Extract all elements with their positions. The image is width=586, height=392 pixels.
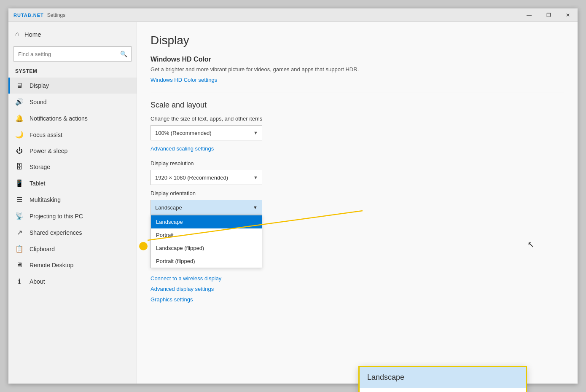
big-dropdown-option-portrait[interactable]: Portrait bbox=[360, 388, 526, 392]
orientation-dropdown-container[interactable]: Landscape ▼ Landscape Portrait Landscape… bbox=[151, 200, 262, 215]
sidebar-item-multitasking-label: Multitasking bbox=[30, 196, 61, 203]
sidebar-item-remote-label: Remote Desktop bbox=[30, 262, 73, 268]
home-icon: ⌂ bbox=[15, 30, 19, 38]
sidebar-item-notifications-label: Notifications & actions bbox=[30, 115, 88, 122]
projecting-icon: 📡 bbox=[15, 212, 24, 220]
sidebar-item-tablet[interactable]: 📱 Tablet bbox=[8, 175, 137, 191]
display-icon: 🖥 bbox=[15, 82, 24, 89]
storage-icon: 🗄 bbox=[15, 163, 24, 171]
sidebar-item-multitasking[interactable]: ☰ Multitasking bbox=[8, 191, 137, 208]
main-content: Display Windows HD Color Get a brighter … bbox=[137, 22, 578, 384]
sidebar-item-clipboard[interactable]: 📋 Clipboard bbox=[8, 241, 137, 257]
orientation-selected[interactable]: Landscape ▼ bbox=[151, 200, 262, 215]
resolution-field-label: Display resolution bbox=[151, 160, 564, 166]
orientation-option-portrait-flipped[interactable]: Portrait (flipped) bbox=[151, 255, 262, 268]
remote-icon: 🖥 bbox=[15, 261, 24, 269]
hdr-title: Windows HD Color bbox=[151, 56, 564, 63]
sound-icon: 🔊 bbox=[15, 98, 24, 106]
tablet-icon: 📱 bbox=[15, 179, 24, 187]
resolution-select-wrapper: 1920 × 1080 (Recommended) 1280 × 1024 10… bbox=[151, 170, 262, 185]
sidebar-item-focus[interactable]: 🌙 Focus assist bbox=[8, 126, 137, 143]
titlebar-controls: — ❐ ✕ bbox=[519, 8, 578, 22]
orientation-option-landscape[interactable]: Landscape bbox=[151, 215, 262, 228]
resolution-select[interactable]: 1920 × 1080 (Recommended) 1280 × 1024 10… bbox=[151, 170, 262, 185]
sidebar-item-display[interactable]: 🖥 Display bbox=[8, 78, 137, 94]
minimize-button[interactable]: — bbox=[519, 8, 539, 22]
multitasking-icon: ☰ bbox=[15, 196, 24, 204]
orientation-arrow: ▼ bbox=[253, 205, 258, 210]
power-icon: ⏻ bbox=[15, 147, 24, 155]
yellow-dot-indicator bbox=[139, 242, 148, 250]
sidebar-item-shared[interactable]: ↗ Shared experiences bbox=[8, 224, 137, 241]
big-dropdown: Landscape Portrait Landscape (flipped) P… bbox=[358, 366, 527, 392]
sidebar-item-shared-label: Shared experiences bbox=[30, 229, 82, 236]
sidebar-home[interactable]: ⌂ Home bbox=[8, 25, 137, 43]
sidebar-item-remote[interactable]: 🖥 Remote Desktop bbox=[8, 257, 137, 273]
orientation-selected-text: Landscape bbox=[155, 204, 182, 211]
sidebar-item-sound-label: Sound bbox=[30, 99, 46, 105]
sidebar-item-projecting-label: Projecting to this PC bbox=[30, 213, 83, 220]
sidebar-section-label: System bbox=[8, 67, 137, 78]
sidebar-item-sound[interactable]: 🔊 Sound bbox=[8, 94, 137, 110]
sidebar-item-focus-label: Focus assist bbox=[30, 132, 62, 138]
sidebar-item-about-label: About bbox=[30, 278, 45, 285]
sidebar-item-storage-label: Storage bbox=[30, 164, 50, 170]
search-box: 🔍 bbox=[13, 46, 132, 62]
sidebar-item-projecting[interactable]: 📡 Projecting to this PC bbox=[8, 208, 137, 224]
titlebar-left: RUTAB.NET Settings bbox=[13, 12, 65, 18]
sidebar-item-storage[interactable]: 🗄 Storage bbox=[8, 159, 137, 175]
hdr-desc: Get a brighter and more vibrant picture … bbox=[151, 66, 564, 73]
about-icon: ℹ bbox=[15, 277, 24, 285]
sidebar-item-notifications[interactable]: 🔔 Notifications & actions bbox=[8, 110, 137, 126]
brand-label: RUTAB.NET bbox=[13, 13, 44, 18]
search-input[interactable] bbox=[13, 46, 132, 62]
orientation-option-landscape-flipped[interactable]: Landscape (flipped) bbox=[151, 242, 262, 255]
page-title: Display bbox=[151, 34, 564, 47]
notifications-icon: 🔔 bbox=[15, 114, 24, 122]
orientation-option-portrait[interactable]: Portrait bbox=[151, 228, 262, 242]
sidebar: ⌂ Home 🔍 System 🖥 Display 🔊 Sound 🔔 Noti… bbox=[8, 22, 137, 384]
hdr-link[interactable]: Windows HD Color settings bbox=[151, 77, 217, 83]
close-button[interactable]: ✕ bbox=[558, 8, 578, 22]
sidebar-item-display-label: Display bbox=[30, 82, 49, 89]
scale-field-label: Change the size of text, apps, and other… bbox=[151, 115, 564, 122]
sidebar-item-about[interactable]: ℹ About bbox=[8, 273, 137, 290]
sidebar-item-power[interactable]: ⏻ Power & sleep bbox=[8, 143, 137, 159]
advanced-display-link[interactable]: Advanced display settings bbox=[151, 286, 564, 292]
window-title: Settings bbox=[47, 12, 65, 18]
home-label: Home bbox=[24, 31, 41, 38]
sidebar-item-tablet-label: Tablet bbox=[30, 180, 45, 187]
scale-select[interactable]: 100% (Recommended) 125% 150% 175% bbox=[151, 125, 262, 140]
divider-1 bbox=[151, 92, 564, 92]
orientation-label: Display orientation bbox=[151, 190, 564, 196]
graphics-settings-link[interactable]: Graphics settings bbox=[151, 296, 564, 303]
orientation-dropdown: Landscape Portrait Landscape (flipped) P… bbox=[151, 215, 262, 268]
connect-wireless-link[interactable]: Connect to a wireless display bbox=[151, 275, 564, 282]
sidebar-item-power-label: Power & sleep bbox=[30, 148, 67, 154]
focus-icon: 🌙 bbox=[15, 131, 24, 139]
big-dropdown-option-landscape[interactable]: Landscape bbox=[360, 367, 526, 388]
settings-window: RUTAB.NET Settings — ❐ ✕ ⌂ Home 🔍 System… bbox=[8, 8, 578, 384]
search-icon: 🔍 bbox=[120, 51, 127, 57]
clipboard-icon: 📋 bbox=[15, 245, 24, 253]
advanced-scaling-link[interactable]: Advanced scaling settings bbox=[151, 145, 564, 152]
maximize-button[interactable]: ❐ bbox=[539, 8, 558, 22]
content-area: ⌂ Home 🔍 System 🖥 Display 🔊 Sound 🔔 Noti… bbox=[8, 22, 578, 384]
scale-section-title: Scale and layout bbox=[151, 101, 564, 110]
sidebar-item-clipboard-label: Clipboard bbox=[30, 246, 55, 252]
shared-icon: ↗ bbox=[15, 228, 24, 236]
titlebar: RUTAB.NET Settings — ❐ ✕ bbox=[8, 8, 578, 22]
scale-select-wrapper: 100% (Recommended) 125% 150% 175% ▼ bbox=[151, 125, 262, 140]
